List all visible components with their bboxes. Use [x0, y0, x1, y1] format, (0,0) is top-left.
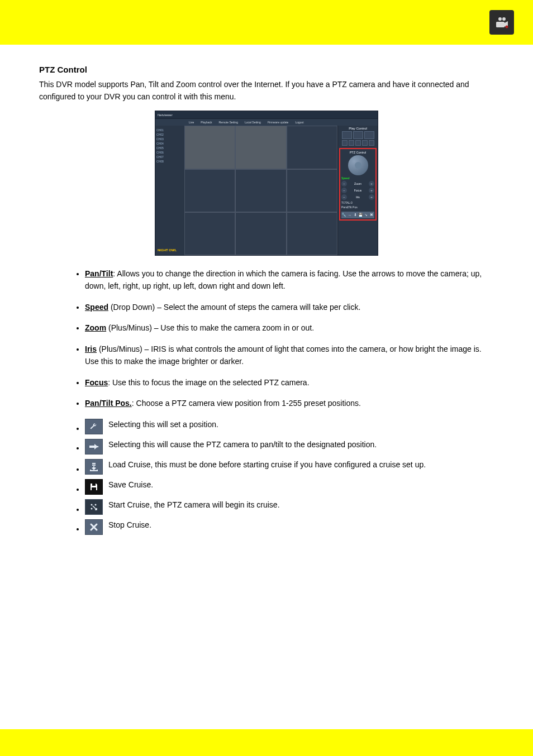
menu-logout: Logout [295, 121, 303, 124]
goto-icon: → [347, 212, 353, 218]
pan-tilt-pos-label: Pan&Tilt Pos [341, 205, 374, 209]
list-item: Zoom (Plus/Minus) – Use this to make the… [85, 322, 494, 334]
iris-row: − Iris + [341, 194, 374, 200]
svg-point-9 [91, 504, 93, 505]
bottom-banner [0, 729, 533, 756]
minus-icon: − [341, 181, 347, 186]
netviewer-screenshot: Netviewer Live Playback Remote Setting L… [155, 111, 378, 256]
channel-sidebar: CH01 CH02 CH03 CH04 CH05 CH06 CH07 CH08 … [155, 126, 184, 255]
window-title: Netviewer [155, 111, 378, 119]
menu-remote: Remote Setting [218, 121, 237, 124]
total-label: TOTAL:0 [341, 201, 374, 204]
menu-live: Live [189, 121, 194, 124]
record-btn [364, 131, 374, 139]
ptz-control-label: PTZ Control [341, 151, 374, 154]
term-pan-tilt: Pan/Tilt [85, 269, 113, 278]
svg-point-0 [498, 17, 502, 21]
list-item: Pan/Tilt Pos.: Choose a PTZ camera view … [85, 398, 494, 410]
grid-cell [235, 126, 286, 169]
menu-bar: Live Playback Remote Setting Local Setti… [155, 119, 378, 126]
night-owl-logo: NIGHT OWL [158, 248, 177, 252]
icon-desc: Save Cruise. [108, 479, 494, 491]
svg-rect-2 [496, 22, 505, 27]
feature-list: Pan/Tilt: Allows you to change the direc… [39, 268, 494, 410]
stop-cruise-icon: ✖ [369, 212, 374, 218]
screenshot-figure: Netviewer Live Playback Remote Setting L… [39, 111, 494, 256]
focus-row: − Focus + [341, 188, 374, 193]
menu-playback: Playback [201, 121, 212, 124]
top-banner [0, 0, 533, 45]
grid-cell [235, 212, 286, 255]
grid-cell [235, 169, 286, 212]
camera-grid [184, 126, 337, 255]
list-item: Speed (Drop Down) – Select the amount of… [85, 302, 494, 314]
snapshot-btn [353, 131, 363, 139]
svg-point-11 [91, 508, 93, 509]
grid-cell [287, 169, 337, 212]
wrench-icon: 🔧 [341, 212, 347, 218]
minus-icon: − [341, 194, 347, 200]
list-item: Start Cruise, the PTZ camera will begin … [85, 499, 494, 515]
icon-legend-list: Selecting this will set a position. Sele… [39, 419, 494, 535]
plus-icon: + [369, 194, 374, 200]
term-speed: Speed [85, 303, 108, 312]
term-iris: Iris [85, 344, 97, 353]
ptz-direction-pad [348, 155, 368, 175]
plus-icon: + [369, 188, 374, 193]
section-heading: PTZ Control [39, 65, 494, 74]
right-panel: Play Control PTZ Control [337, 126, 378, 255]
camera-app-icon [489, 10, 514, 35]
menu-firmware: Firmware update [268, 121, 289, 124]
start-cruise-icon: ↘ [363, 212, 369, 218]
svg-rect-5 [92, 463, 96, 464]
ptz-btm-icons: 🔧 → ⬇ 💾 ↘ ✖ [341, 212, 374, 218]
list-item: Selecting this will set a position. [85, 419, 494, 434]
save-icon [85, 479, 103, 495]
svg-rect-6 [92, 465, 96, 466]
svg-point-3 [506, 26, 508, 28]
play-btn [342, 131, 352, 139]
list-item: Stop Cruise. [85, 519, 494, 535]
menu-local: Local Setting [245, 121, 261, 124]
term-zoom: Zoom [85, 323, 106, 332]
svg-rect-8 [92, 487, 96, 490]
svg-point-4 [97, 446, 99, 448]
section-paragraph: This DVR model supports Pan, Tilt and Zo… [39, 79, 494, 103]
grid-cell [287, 212, 337, 255]
icon-desc: Selecting this will set a position. [108, 419, 494, 430]
list-item: Pan/Tilt: Allows you to change the direc… [85, 268, 494, 292]
start-cruise-icon [85, 499, 103, 515]
wrench-icon [85, 419, 103, 434]
view-buttons [339, 140, 377, 146]
list-item: Load Cruise, this must be done before st… [85, 459, 494, 475]
page-content: PTZ Control This DVR model supports Pan,… [0, 45, 533, 535]
goto-icon [85, 439, 103, 454]
play-buttons [339, 131, 377, 139]
load-icon: ⬇ [353, 212, 358, 218]
term-pt-pos: Pan/Tilt Pos. [85, 399, 132, 408]
speed-label: Speed [341, 176, 374, 180]
grid-cell [184, 169, 235, 212]
plus-icon: + [369, 181, 374, 186]
grid-cell [184, 212, 235, 255]
grid-cell [287, 126, 337, 169]
save-icon: 💾 [358, 212, 363, 218]
minus-icon: − [341, 188, 347, 193]
play-control-label: Play Control [339, 127, 377, 130]
svg-point-1 [502, 17, 506, 21]
list-item: Focus: Use this to focus the image on th… [85, 377, 494, 389]
list-item: Iris (Plus/Minus) – IRIS is what control… [85, 343, 494, 367]
stop-cruise-icon [85, 519, 103, 535]
list-item: Save Cruise. [85, 479, 494, 495]
icon-desc: Stop Cruise. [108, 519, 494, 531]
list-item: Selecting this will cause the PTZ camera… [85, 439, 494, 454]
icon-desc: Selecting this will cause the PTZ camera… [108, 439, 494, 451]
grid-cell [184, 126, 235, 169]
load-icon [85, 459, 103, 475]
svg-rect-7 [92, 484, 96, 486]
ptz-control-highlight: PTZ Control Speed − Zoom + − Focus + [339, 148, 377, 221]
zoom-row: − Zoom + [341, 181, 374, 186]
term-focus: Focus [85, 378, 108, 387]
icon-desc: Start Cruise, the PTZ camera will begin … [108, 499, 494, 511]
svg-point-10 [95, 504, 97, 505]
